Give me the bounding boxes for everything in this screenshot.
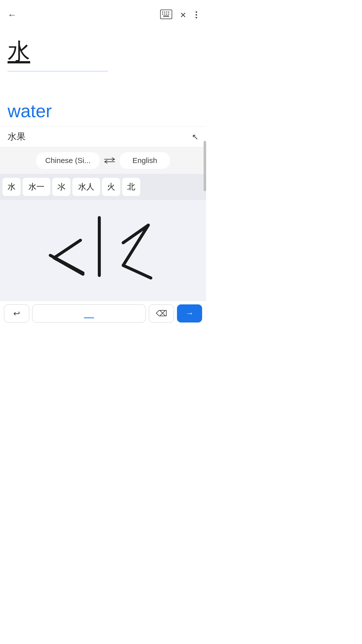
space-indicator xyxy=(84,317,94,318)
undo-button[interactable]: ↩ xyxy=(4,304,29,323)
close-button[interactable]: × xyxy=(180,10,186,20)
handwriting-area[interactable] xyxy=(0,200,206,301)
svg-rect-3 xyxy=(166,12,167,13)
char-suggestion-5[interactable]: 北 xyxy=(122,178,140,196)
scrollbar[interactable] xyxy=(204,141,206,191)
undo-icon: ↩ xyxy=(13,309,20,318)
space-button[interactable] xyxy=(32,304,146,323)
char-suggestion-1[interactable]: 水一 xyxy=(23,178,50,196)
target-language-button[interactable]: English xyxy=(120,152,170,169)
svg-rect-6 xyxy=(164,14,165,15)
source-language-button[interactable]: Chinese (Si... xyxy=(36,152,100,169)
bottom-action-bar: ↩ ⌫ → xyxy=(0,301,206,326)
top-bar: ← × xyxy=(0,0,206,28)
expand-icon[interactable]: ↖ xyxy=(192,132,199,142)
svg-rect-9 xyxy=(163,16,169,17)
suggestion-text: 水果 xyxy=(8,131,26,143)
keyboard-button[interactable] xyxy=(160,10,172,20)
svg-rect-8 xyxy=(168,14,169,15)
suggestions-area[interactable]: 水果 ↖ xyxy=(0,126,206,147)
divider-line xyxy=(8,71,108,71)
svg-rect-7 xyxy=(166,14,167,15)
translation-area: water xyxy=(0,93,206,126)
swap-languages-button[interactable] xyxy=(100,157,120,164)
char-suggestion-2[interactable]: 氺 xyxy=(52,178,70,196)
delete-icon: ⌫ xyxy=(156,309,167,318)
source-text[interactable]: 水 xyxy=(8,38,199,65)
translated-text: water xyxy=(8,101,199,121)
more-button[interactable] xyxy=(194,10,199,19)
char-suggestion-3[interactable]: 水人 xyxy=(72,178,100,196)
char-suggestion-4[interactable]: 火 xyxy=(102,178,120,196)
svg-rect-4 xyxy=(168,12,169,13)
submit-icon: → xyxy=(186,309,194,318)
back-button[interactable]: ← xyxy=(8,10,17,19)
svg-rect-5 xyxy=(162,14,163,15)
submit-button[interactable]: → xyxy=(177,304,202,323)
svg-rect-2 xyxy=(164,12,165,13)
svg-rect-1 xyxy=(162,12,163,13)
char-suggestion-0[interactable]: 水 xyxy=(3,178,21,196)
source-area: 水 xyxy=(0,28,206,93)
char-suggestions-bar: 水水一氺水人火北 xyxy=(0,174,206,200)
delete-button[interactable]: ⌫ xyxy=(149,304,174,323)
language-selector: Chinese (Si... English xyxy=(0,147,206,174)
